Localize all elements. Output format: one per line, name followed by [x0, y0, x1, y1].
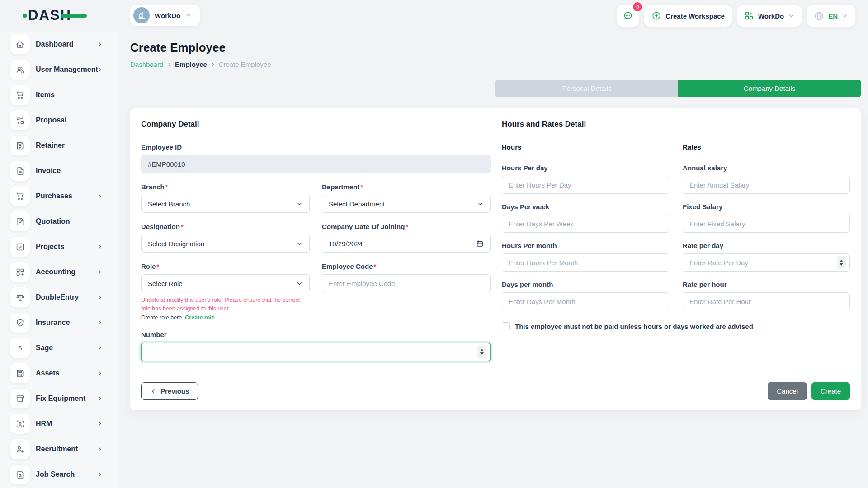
create-workspace-label: Create Workspace: [665, 12, 725, 20]
sidebar-item-label: Accounting: [36, 268, 75, 276]
sidebar: Dashboard User Management Items Proposal…: [0, 32, 118, 488]
department-group: Department* Select Department: [322, 183, 491, 213]
sidebar-item-label: Sage: [36, 344, 53, 352]
building-icon: [137, 11, 146, 20]
department-label: Department: [322, 183, 359, 191]
chevron-right-icon: [97, 370, 103, 376]
annual-salary-group: Annual salary: [683, 164, 850, 194]
tab-personal-details[interactable]: Personal Details: [495, 80, 678, 97]
fixed-salary-input[interactable]: [683, 215, 850, 233]
sidebar-item-invoice[interactable]: Invoice: [0, 158, 118, 183]
messages-button[interactable]: 0: [617, 5, 639, 27]
tab-company-details[interactable]: Company Details: [678, 80, 861, 97]
no-pay-checkbox-row: This employee must not be paid unless ho…: [502, 322, 850, 330]
number-stepper[interactable]: [477, 346, 486, 358]
divider: [683, 156, 850, 156]
chevron-right-icon: [97, 319, 103, 326]
hours-column: Hours Hours Per day Days Per week Hours …: [502, 143, 669, 319]
required-marker: *: [157, 263, 160, 270]
chevron-right-icon: [97, 294, 103, 300]
sidebar-item-hrm[interactable]: HRM: [0, 411, 118, 436]
sidebar-item-projects[interactable]: Projects: [0, 234, 118, 259]
create-button[interactable]: Create: [811, 382, 850, 400]
breadcrumb-employee-link[interactable]: Employee: [175, 61, 207, 68]
sidebar-item-accounting[interactable]: Accounting: [0, 259, 118, 285]
sidebar-item-items[interactable]: Items: [0, 82, 118, 108]
messages-badge: 0: [633, 2, 642, 11]
employee-code-input[interactable]: [322, 274, 491, 292]
chevron-right-icon: [97, 41, 103, 47]
role-warning-text: Unable to modify this user's role. Pleas…: [141, 296, 310, 314]
days-per-month-input[interactable]: [502, 292, 669, 310]
rate-per-day-input[interactable]: [683, 253, 850, 272]
app-logo[interactable]: DASH: [28, 7, 71, 23]
language-selector[interactable]: EN: [807, 5, 855, 27]
joining-date-group: Company Date Of Joining* 10/29/2024: [322, 223, 491, 253]
calculator-icon: [15, 369, 25, 378]
role-helper-text: Create role here.: [141, 314, 184, 321]
cart-icon: [15, 192, 25, 201]
sidebar-item-recruitment[interactable]: Recruitment: [0, 436, 118, 462]
sidebar-item-job-search[interactable]: Job Search: [0, 462, 118, 487]
sidebar-item-fix-equipment[interactable]: Fix Equipment: [0, 386, 118, 411]
sidebar-item-assets[interactable]: Assets: [0, 361, 118, 386]
cancel-button[interactable]: Cancel: [768, 382, 807, 400]
employee-code-label: Employee Code: [322, 263, 373, 270]
previous-button-label: Previous: [160, 387, 189, 395]
chevron-right-icon: [97, 269, 103, 275]
hours-per-day-input[interactable]: [502, 176, 669, 194]
hours-per-month-group: Hours Per month: [502, 242, 669, 272]
sidebar-item-doubleentry[interactable]: DoubleEntry: [0, 285, 118, 310]
section-heading: Hours and Rates Detail: [502, 120, 850, 129]
breadcrumb-current: Create Employee: [219, 61, 271, 68]
sidebar-item-quotation[interactable]: Quotation: [0, 209, 118, 234]
create-role-link[interactable]: Create role: [185, 314, 214, 321]
sidebar-item-user-management[interactable]: User Management: [0, 57, 118, 82]
workspace-switcher[interactable]: WorkDo: [130, 5, 200, 26]
designation-group: Designation* Select Designation: [141, 223, 310, 253]
sidebar-item-label: Job Search: [36, 470, 75, 479]
sidebar-item-label: Dashboard: [36, 40, 74, 48]
branch-select-value: Select Branch: [148, 200, 190, 208]
sidebar-item-sage[interactable]: S Sage: [0, 335, 118, 361]
previous-button[interactable]: Previous: [141, 382, 198, 400]
number-input[interactable]: [141, 343, 491, 361]
rate-per-hour-input[interactable]: [683, 292, 850, 310]
company-detail-section: Company Detail Employee ID #EMP00010 Bra…: [141, 120, 491, 399]
document-search-icon: [15, 470, 25, 479]
sidebar-item-proposal[interactable]: Proposal: [0, 108, 118, 133]
days-per-week-input[interactable]: [502, 215, 669, 233]
chevron-down-icon: [185, 12, 192, 19]
rate-per-hour-label: Rate per hour: [683, 281, 850, 288]
sidebar-item-label: HRM: [36, 420, 52, 428]
role-select[interactable]: Select Role: [141, 274, 310, 292]
workspace-avatar: [133, 7, 150, 23]
sidebar-item-label: Projects: [36, 243, 64, 251]
sidebar-item-label: Recruitment: [36, 445, 78, 453]
employee-id-field: #EMP00010: [141, 155, 491, 173]
sidebar-item-label: Insurance: [36, 319, 70, 327]
create-workspace-button[interactable]: Create Workspace: [644, 5, 732, 27]
hours-per-month-input[interactable]: [502, 253, 669, 272]
designation-select[interactable]: Select Designation: [141, 235, 310, 253]
no-pay-checkbox[interactable]: [502, 322, 510, 330]
sidebar-item-label: DoubleEntry: [36, 293, 79, 301]
joining-date-field[interactable]: 10/29/2024: [322, 235, 491, 253]
sidebar-item-retainer[interactable]: Retainer: [0, 133, 118, 158]
chevron-right-icon: [97, 193, 103, 199]
breadcrumb-dashboard-link[interactable]: Dashboard: [130, 61, 163, 68]
sidebar-item-dashboard[interactable]: Dashboard: [0, 32, 118, 57]
sidebar-item-insurance[interactable]: Insurance: [0, 310, 118, 335]
department-select[interactable]: Select Department: [322, 195, 491, 213]
branch-select[interactable]: Select Branch: [141, 195, 310, 213]
chevron-down-icon: [842, 13, 848, 19]
workdo-menu-button[interactable]: WorkDo: [737, 5, 802, 27]
sidebar-item-purchases[interactable]: Purchases: [0, 183, 118, 209]
swap-grid-icon: [15, 116, 25, 125]
chevron-right-icon: [97, 244, 103, 250]
footer-actions: Cancel Create: [768, 382, 850, 400]
form-step-tabs: Personal Details Company Details: [495, 80, 861, 97]
calendar-icon[interactable]: [476, 240, 484, 248]
rate-per-day-stepper[interactable]: [837, 256, 846, 269]
annual-salary-input[interactable]: [683, 176, 850, 194]
